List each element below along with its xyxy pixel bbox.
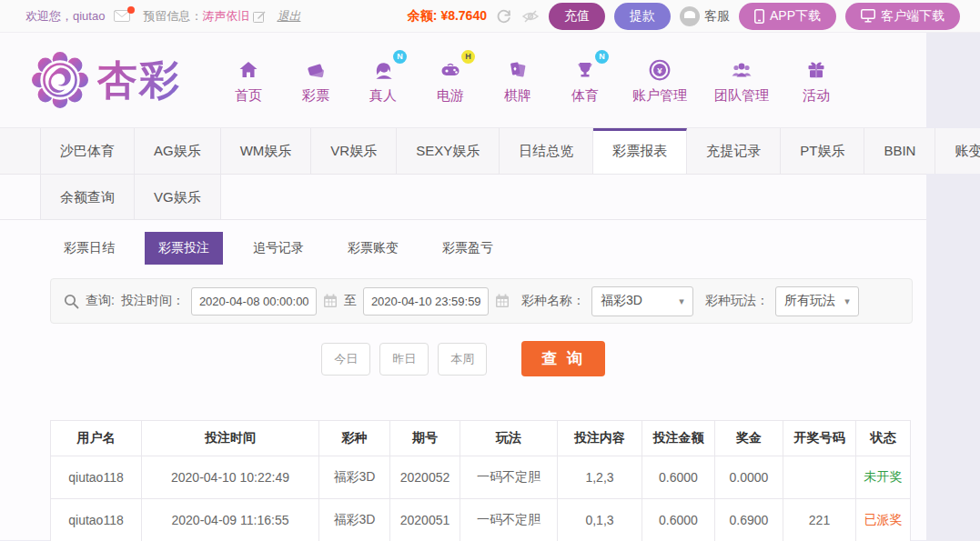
report-tabstrip: 沙巴体育 AG娱乐 WM娱乐 VR娱乐 SEXY娱乐 日结总览 彩票报表 充提记… [0,127,926,220]
cell-amount: 0.6000 [642,456,715,499]
calendar-icon[interactable] [495,294,510,308]
col-play: 玩法 [460,421,558,456]
subtab-item[interactable]: 追号记录 [239,232,318,265]
col-prize: 奖金 [715,421,783,456]
tab-item[interactable]: WM娱乐 [221,128,312,174]
hide-balance-eye-icon[interactable] [521,9,540,24]
tab-row-2: 余额查询 VG娱乐 [0,174,926,219]
tab-item[interactable]: VR娱乐 [311,128,397,174]
nav-label: 活动 [803,87,830,105]
nav-item-home[interactable]: 首页 [228,56,268,105]
calendar-icon[interactable] [323,294,338,308]
customer-service-avatar-icon [680,6,700,26]
tab-item[interactable]: PT娱乐 [781,128,864,174]
cell-status: 已派奖 [856,499,911,541]
nav-item-promotions[interactable]: 活动 [796,56,836,105]
tab-item[interactable]: BBIN [864,128,935,174]
cell-content: 1,2,3 [558,456,642,499]
hot-badge: H [461,50,475,64]
quick-button-row: 今日 昨日 本周 查 询 [0,341,926,376]
svg-text:¥: ¥ [657,65,662,75]
tab-item[interactable]: 充提记录 [687,128,781,174]
play-type-select[interactable]: 所有玩法 ▾ [775,286,859,316]
nav-item-live[interactable]: N 真人 [363,56,403,105]
nav-item-account[interactable]: ¥ 账户管理 [632,56,687,105]
gamepad-icon [438,59,463,81]
date-from-input[interactable] [191,287,317,316]
col-lottery: 彩种 [319,421,390,456]
phone-icon [754,9,764,24]
col-username: 用户名 [51,421,142,456]
withdraw-button[interactable]: 提款 [614,3,671,30]
cell-status: 未开奖 [856,456,911,499]
main-content: 杏彩 首页 彩票 N 真人 H [0,33,926,540]
tab-item[interactable]: SEXY娱乐 [397,128,500,174]
today-button[interactable]: 今日 [321,343,370,376]
lottery-name-value: 福彩3D [601,293,642,309]
header: 杏彩 首页 彩票 N 真人 H [0,33,926,127]
cell-issue: 2020051 [390,499,460,541]
subtab-item[interactable]: 彩票日结 [50,232,128,265]
cell-content: 0,1,3 [558,499,642,541]
tab-item[interactable]: 日结总览 [500,128,593,174]
home-icon [237,59,260,81]
play-type-label: 彩种玩法： [705,293,769,309]
cell-lottery: 福彩3D [319,499,390,541]
lottery-name-label: 彩种名称： [521,293,585,309]
topbar: 欢迎您，qiutao 预留信息： 涛声依旧 退出 余额: ¥8.7640 充值 … [0,0,980,33]
recharge-button[interactable]: 充值 [549,3,605,30]
col-content: 投注内容 [558,421,642,456]
tab-item[interactable]: VG娱乐 [135,175,221,219]
col-status: 状态 [856,421,911,456]
table-header-row: 用户名 投注时间 彩种 期号 玩法 投注内容 投注金额 奖金 开奖号码 状态 [51,421,911,456]
tab-item[interactable]: 账变报表 [935,128,980,174]
nav-label: 彩票 [302,87,329,105]
subtab-item[interactable]: 彩票盈亏 [429,232,507,265]
cell-play: 一码不定胆 [460,499,558,541]
search-button[interactable]: 查 询 [521,341,605,376]
gift-icon [804,59,828,81]
nav-item-boardgames[interactable]: 棋牌 [498,56,538,105]
yesterday-button[interactable]: 昨日 [379,343,429,376]
nav-label: 棋牌 [504,87,531,105]
client-download-label: 客户端下载 [881,8,945,25]
search-icon [64,294,79,309]
brand-logo[interactable]: 杏彩 [32,52,181,108]
tab-item[interactable]: 余额查询 [40,175,135,219]
client-download-button[interactable]: 客户端下载 [845,3,960,30]
cell-bet-time: 2020-04-10 10:22:49 [142,456,319,499]
col-bet-time: 投注时间 [142,421,319,456]
query-bar: 查询: 投注时间： 至 彩种名称： 福彩3D ▾ 彩种玩法： 所有玩法 ▾ [50,278,913,324]
bet-time-label: 投注时间： [121,293,185,309]
tab-item-active[interactable]: 彩票报表 [593,128,687,174]
cell-amount: 0.6000 [642,499,715,541]
tab-row-1: 沙巴体育 AG娱乐 WM娱乐 VR娱乐 SEXY娱乐 日结总览 彩票报表 充提记… [0,128,926,174]
customer-service-link[interactable]: 客服 [680,6,730,26]
nav-item-lottery[interactable]: 彩票 [296,56,336,105]
to-label: 至 [344,293,357,309]
this-week-button[interactable]: 本周 [438,343,487,376]
subtabs: 彩票日结 彩票投注 追号记录 彩票账变 彩票盈亏 [50,232,926,265]
nav-item-egames[interactable]: H 电游 [430,56,470,105]
subtab-item-active[interactable]: 彩票投注 [145,232,223,265]
app-download-button[interactable]: APP下载 [739,3,836,30]
nav-item-sports[interactable]: N 体育 [565,56,605,105]
customer-service-label: 客服 [704,8,730,25]
edit-icon[interactable] [253,10,266,23]
tab-item[interactable]: AG娱乐 [135,128,221,174]
brand-name: 杏彩 [97,54,181,107]
mail-icon[interactable] [114,10,130,22]
nav-item-team[interactable]: 团队管理 [714,56,769,105]
subtab-item[interactable]: 彩票账变 [334,232,412,265]
query-label: 查询: [86,293,115,309]
lottery-name-select[interactable]: 福彩3D ▾ [591,286,693,316]
date-to-input[interactable] [363,287,489,316]
refresh-balance-icon[interactable] [496,8,512,25]
main-nav: 首页 彩票 N 真人 H 电游 [228,56,836,105]
col-amount: 投注金额 [642,421,715,456]
new-badge: N [595,50,609,64]
tab-item[interactable]: 沙巴体育 [40,128,135,174]
nav-label: 首页 [235,87,262,105]
logout-link[interactable]: 退出 [277,8,300,25]
cell-username: qiutao118 [51,499,142,541]
